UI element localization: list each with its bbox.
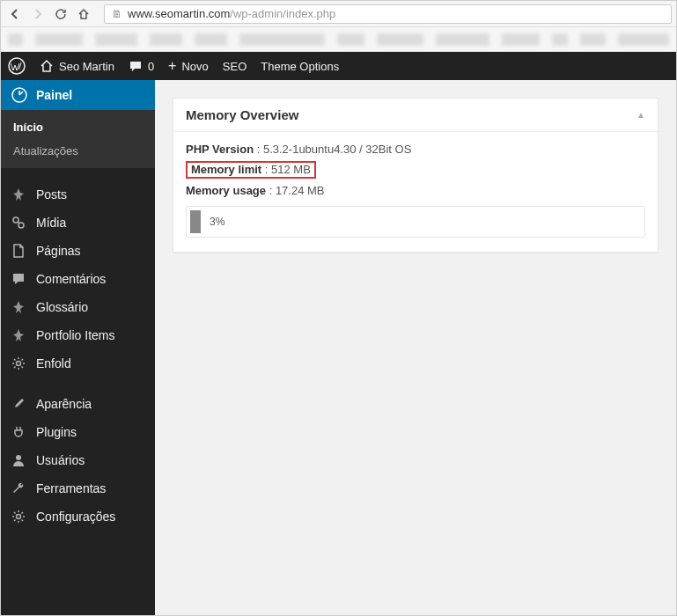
- url-domain: www.seomartin.com: [128, 7, 230, 20]
- dashboard-icon: [11, 87, 27, 103]
- new-label: Novo: [181, 60, 208, 73]
- sidebar-item-mídia[interactable]: Mídia: [1, 209, 155, 237]
- gear-icon: [11, 510, 27, 524]
- bookmarks-bar: [1, 27, 676, 52]
- sidebar-item-label: Posts: [36, 187, 67, 202]
- sidebar-item-label: Ferramentas: [36, 481, 106, 495]
- pin-icon: [11, 328, 27, 342]
- limit-value: 512 MB: [271, 163, 311, 176]
- seo-label: SEO: [223, 60, 247, 73]
- admin-bar: Seo Martin 0 + Novo SEO Theme Options: [1, 52, 676, 80]
- comments-count: 0: [148, 60, 154, 73]
- svg-point-4: [17, 362, 21, 366]
- pin-icon: [11, 300, 27, 314]
- sidebar-item-label: Painel: [36, 88, 72, 102]
- svg-point-6: [17, 515, 21, 519]
- plug-icon: [11, 425, 27, 439]
- sidebar-item-label: Portfolio Items: [36, 328, 114, 342]
- memory-limit-line: Memory limit : 512 MB: [186, 161, 645, 179]
- back-button[interactable]: [5, 4, 25, 24]
- site-name-link[interactable]: Seo Martin: [40, 59, 114, 73]
- sidebar-item-usuários[interactable]: Usuários: [1, 446, 155, 474]
- seo-link[interactable]: SEO: [223, 60, 247, 73]
- wrench-icon: [11, 481, 27, 495]
- home-button[interactable]: [74, 4, 93, 24]
- sidebar-item-label: Enfold: [36, 356, 71, 370]
- submenu-updates[interactable]: Atualizações: [1, 139, 155, 163]
- sidebar-item-glossário[interactable]: Glossário: [1, 293, 155, 321]
- sidebar-item-label: Glossário: [36, 300, 88, 314]
- site-name: Seo Martin: [59, 60, 114, 73]
- forward-button[interactable]: [28, 4, 48, 24]
- sidebar-item-enfold[interactable]: Enfold: [1, 349, 155, 378]
- media-icon: [11, 216, 27, 230]
- sidebar-item-páginas[interactable]: Páginas: [1, 237, 155, 265]
- postbox-title: Memory Overview: [186, 107, 298, 122]
- comments-link[interactable]: 0: [129, 59, 154, 73]
- memory-usage-line: Memory usage : 17.24 MB: [186, 184, 645, 197]
- admin-sidebar: Painel Início Atualizações PostsMídiaPág…: [1, 80, 155, 615]
- url-bar[interactable]: 🗎 www.seomartin.com/wp-admin/index.php: [104, 4, 672, 24]
- usage-value: 17.24 MB: [276, 184, 325, 197]
- progress-fill: [190, 210, 201, 233]
- progress-percent: 3%: [210, 216, 224, 228]
- plus-icon: +: [168, 58, 176, 74]
- memory-overview-postbox: Memory Overview ▲ PHP Version : 5.3.2-1u…: [173, 98, 659, 253]
- gear-icon: [11, 356, 27, 370]
- dashboard-submenu: Início Atualizações: [1, 110, 155, 168]
- sidebar-item-label: Páginas: [36, 244, 81, 258]
- usage-label: Memory usage: [186, 184, 266, 197]
- limit-label: Memory limit: [191, 163, 261, 176]
- sidebar-item-aparência[interactable]: Aparência: [1, 390, 155, 418]
- sidebar-item-label: Comentários: [36, 272, 106, 286]
- page-icon: 🗎: [112, 8, 122, 20]
- progress-bar: 3%: [186, 206, 645, 238]
- pin-icon: [11, 187, 27, 202]
- url-path: /wp-admin/index.php: [230, 7, 335, 20]
- sidebar-item-label: Plugins: [36, 425, 77, 439]
- new-content-link[interactable]: + Novo: [168, 58, 209, 74]
- page-icon: [11, 244, 27, 258]
- sidebar-item-configurações[interactable]: Configurações: [1, 502, 155, 531]
- theme-options-label: Theme Options: [261, 60, 339, 73]
- user-icon: [11, 453, 27, 467]
- submenu-home[interactable]: Início: [1, 115, 155, 139]
- php-label: PHP Version: [186, 143, 254, 156]
- php-version-line: PHP Version : 5.3.2-1ubuntu4.30 / 32Bit …: [186, 143, 645, 156]
- sidebar-item-label: Aparência: [36, 397, 92, 411]
- sidebar-item-ferramentas[interactable]: Ferramentas: [1, 474, 155, 502]
- svg-point-5: [16, 455, 21, 460]
- reload-button[interactable]: [51, 4, 70, 24]
- sidebar-item-label: Configurações: [36, 510, 115, 524]
- browser-toolbar: 🗎 www.seomartin.com/wp-admin/index.php: [1, 1, 676, 27]
- sidebar-item-label: Usuários: [36, 453, 85, 467]
- comment-icon: [11, 272, 27, 286]
- php-value: 5.3.2-1ubuntu4.30 / 32Bit OS: [263, 143, 411, 156]
- wp-logo[interactable]: [8, 57, 26, 75]
- sidebar-item-portfolio-items[interactable]: Portfolio Items: [1, 321, 155, 349]
- theme-options-link[interactable]: Theme Options: [261, 60, 339, 73]
- sidebar-item-plugins[interactable]: Plugins: [1, 418, 155, 446]
- toggle-handle[interactable]: ▲: [637, 110, 645, 120]
- sidebar-item-dashboard[interactable]: Painel: [1, 80, 155, 110]
- brush-icon: [11, 397, 27, 411]
- main-content: Memory Overview ▲ PHP Version : 5.3.2-1u…: [155, 80, 676, 615]
- sidebar-item-comentários[interactable]: Comentários: [1, 265, 155, 293]
- sidebar-item-posts[interactable]: Posts: [1, 180, 155, 209]
- sidebar-item-label: Mídia: [36, 216, 66, 230]
